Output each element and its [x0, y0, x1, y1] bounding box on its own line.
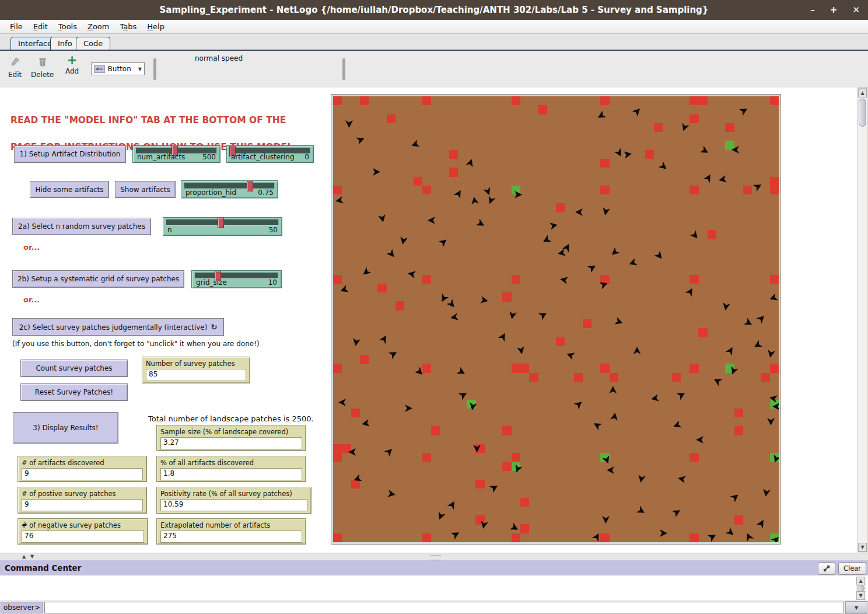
artifact-turtle [476, 219, 487, 229]
artifact-turtle [722, 302, 730, 311]
menu-tools[interactable]: Tools [53, 21, 82, 32]
scroll-down-icon[interactable]: ▼ [858, 543, 867, 552]
artifact-turtle [510, 523, 520, 533]
artifact-turtle [541, 235, 551, 245]
select-random-patches-button[interactable]: 2a) Select n random survey patches [12, 218, 151, 235]
delete-widget-button[interactable]: Delete [31, 57, 54, 79]
collapse-up-icon[interactable]: ▲ [22, 554, 26, 559]
command-input[interactable] [44, 602, 844, 613]
grid-size-slider[interactable]: grid_size10 [191, 270, 282, 288]
survey-patch-negative [422, 96, 431, 105]
artifact-turtle [650, 394, 659, 403]
survey-patch-negative [396, 301, 404, 310]
scroll-up-icon[interactable]: ▲ [856, 577, 865, 585]
show-artifacts-button[interactable]: Show artifacts [115, 181, 176, 198]
display-results-button[interactable]: 3) Display Results! [13, 412, 118, 444]
artifact-turtle [601, 207, 610, 216]
artifact-turtle [447, 500, 458, 510]
survey-patch-negative [556, 203, 565, 212]
survey-patch-negative [333, 533, 342, 542]
world-view[interactable] [331, 94, 781, 545]
agent-dropdown-button[interactable]: ▼ [845, 601, 867, 614]
tab-code[interactable]: Code [76, 37, 110, 50]
survey-patch-negative [600, 364, 609, 372]
survey-patch-negative [645, 150, 654, 159]
survey-patch-negative [600, 186, 609, 194]
clear-button[interactable]: Clear [838, 562, 866, 575]
close-button[interactable]: ✕ [852, 0, 860, 20]
n-slider[interactable]: n50 [163, 217, 282, 236]
menu-file[interactable]: File [5, 21, 28, 32]
artifact-turtle [634, 347, 641, 354]
command-center-output[interactable] [0, 575, 868, 601]
count-survey-patches-button[interactable]: Count survey patches [20, 360, 128, 377]
toggle-layout-button[interactable] [818, 562, 835, 575]
artifact-turtle [739, 106, 750, 116]
survey-patch-negative [502, 292, 511, 301]
vertical-scrollbar[interactable]: ▲ ▼ [858, 88, 867, 552]
survey-patch-negative [672, 373, 681, 382]
menu-zoom[interactable]: Zoom [82, 21, 114, 32]
widget-type-dropdown[interactable]: abc Button ▼ [91, 62, 145, 75]
num-artifacts-slider[interactable]: num_artifacts500 [132, 145, 220, 163]
survey-patch-negative [698, 96, 707, 105]
add-widget-button[interactable]: + Add [65, 54, 79, 75]
survey-patch-negative [600, 159, 609, 168]
survey-patch-negative [529, 373, 538, 382]
artifact-turtle [538, 309, 549, 320]
artifact-turtle [762, 489, 771, 497]
setup-artifact-distribution-button[interactable]: 1) Setup Artifact Distribution [14, 145, 126, 163]
artifact-clustering-slider[interactable]: artifact_clustering0 [226, 145, 314, 163]
artifact-turtle [508, 311, 517, 320]
artifact-turtle [712, 376, 723, 386]
artifact-turtle [399, 236, 408, 245]
artifact-turtle [575, 208, 583, 216]
artifact-turtle [565, 350, 575, 360]
survey-patch-negative [449, 150, 458, 159]
artifact-turtle [672, 420, 682, 430]
monitor-positivity-rate: Positivity rate (% of all survey patches… [156, 487, 312, 514]
artifact-turtle [410, 139, 420, 149]
survey-patch-negative [422, 275, 431, 284]
hide-some-artifacts-button[interactable]: Hide some artifacts [30, 181, 109, 198]
artifact-turtle [559, 275, 568, 284]
artifact-turtle [405, 404, 412, 412]
menu-edit[interactable]: Edit [28, 21, 53, 32]
survey-patch-negative [333, 444, 342, 453]
artifact-turtle [438, 236, 449, 247]
artifact-turtle [610, 247, 620, 257]
artifact-turtle [470, 196, 479, 205]
survey-patch-negative [761, 373, 769, 382]
artifact-turtle [632, 106, 642, 117]
survey-patch-negative [520, 364, 529, 372]
collapse-down-icon[interactable]: ▼ [30, 554, 34, 559]
judgemental-select-button[interactable]: 2c) Select survey patches judgementally … [12, 318, 224, 336]
proportion-hid-slider[interactable]: proportion_hid0.75 [181, 180, 278, 198]
maximize-button[interactable]: + [830, 0, 838, 20]
artifact-turtle [743, 318, 754, 328]
minimize-button[interactable]: – [810, 0, 815, 20]
artifact-turtle [753, 181, 764, 191]
menu-tabs[interactable]: Tabs [114, 21, 142, 32]
reset-survey-patches-button[interactable]: Reset Survey Patches! [20, 383, 128, 401]
edit-widget-button[interactable]: Edit [8, 57, 22, 79]
artifact-turtle [752, 340, 762, 350]
observer-prompt: observer> [1, 602, 43, 613]
scroll-up-icon[interactable]: ▲ [858, 89, 867, 97]
trash-icon [38, 57, 47, 69]
scroll-down-icon[interactable]: ▼ [856, 591, 865, 600]
monitor-sample-size: Sample size (% of landscape covered) 3.2… [156, 425, 306, 451]
or-note-1: or... [23, 243, 40, 252]
artifact-turtle [614, 148, 625, 159]
scrollbar-thumb[interactable] [859, 99, 866, 127]
output-scrollbar[interactable]: ▲ ▼ [856, 577, 866, 600]
pencil-icon [10, 57, 20, 69]
speed-slider-label: normal speed [167, 54, 271, 62]
artifact-turtle [757, 313, 767, 323]
artifact-turtle [339, 285, 349, 295]
survey-patch-negative [502, 462, 511, 470]
setup-grid-button[interactable]: 2b) Setup a systematic grid of survey pa… [12, 270, 184, 288]
menu-help[interactable]: Help [142, 21, 170, 32]
artifact-turtle [446, 299, 457, 309]
artifact-turtle [356, 135, 366, 145]
